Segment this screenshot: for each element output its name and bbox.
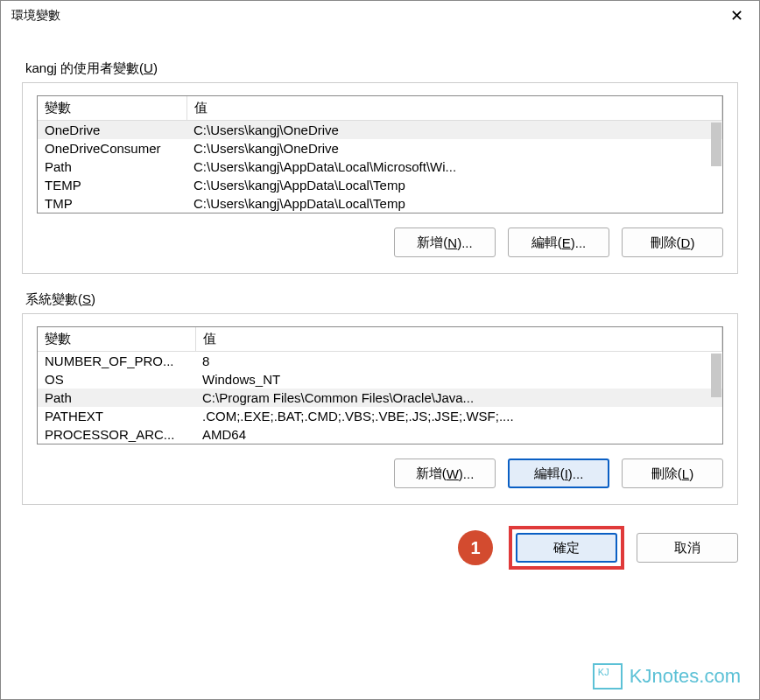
cell-var: OneDrive bbox=[38, 121, 186, 140]
table-row[interactable]: PATHEXT.COM;.EXE;.BAT;.CMD;.VBS;.VBE;.JS… bbox=[38, 407, 722, 425]
table-row[interactable]: OneDriveC:\Users\kangj\OneDrive bbox=[38, 121, 722, 140]
cell-val: C:\Users\kangj\OneDrive bbox=[186, 139, 722, 158]
sys-delete-button[interactable]: 刪除(L) bbox=[622, 458, 723, 488]
user-delete-button[interactable]: 刪除(D) bbox=[622, 228, 723, 257]
watermark-text: KJnotes.com bbox=[630, 665, 741, 688]
cell-var: NUMBER_OF_PRO... bbox=[38, 352, 195, 371]
sys-vars-group: 變數 值 NUMBER_OF_PRO...8OSWindows_NTPathC:… bbox=[22, 313, 738, 505]
col-header-val[interactable]: 值 bbox=[195, 327, 722, 352]
user-edit-button[interactable]: 編輯(E)... bbox=[508, 228, 609, 257]
cell-val: C:\Users\kangj\AppData\Local\Temp bbox=[186, 176, 722, 194]
watermark-icon bbox=[593, 663, 623, 690]
cell-val: C:\Users\kangj\AppData\Local\Temp bbox=[186, 194, 722, 213]
col-header-val[interactable]: 值 bbox=[186, 96, 722, 121]
dialog-button-row: 1 確定 取消 bbox=[22, 526, 738, 570]
sys-edit-button[interactable]: 編輯(I)... bbox=[508, 458, 609, 488]
cell-var: Path bbox=[38, 388, 195, 407]
table-row[interactable]: TMPC:\Users\kangj\AppData\Local\Temp bbox=[38, 194, 722, 213]
watermark: KJnotes.com bbox=[593, 663, 741, 690]
ok-button[interactable]: 確定 bbox=[516, 533, 617, 563]
cell-val: .COM;.EXE;.BAT;.CMD;.VBS;.VBE;.JS;.JSE;.… bbox=[195, 407, 722, 425]
cell-val: C:\Users\kangj\AppData\Local\Microsoft\W… bbox=[186, 158, 722, 176]
cancel-button[interactable]: 取消 bbox=[637, 533, 738, 563]
cell-val: C:\Program Files\Common Files\Oracle\Jav… bbox=[195, 388, 722, 407]
cell-var: PROCESSOR_ARC... bbox=[38, 425, 195, 444]
cell-var: Path bbox=[38, 158, 186, 176]
user-vars-table-wrap: 變數 值 OneDriveC:\Users\kangj\OneDriveOneD… bbox=[37, 95, 723, 214]
window-title: 環境變數 bbox=[11, 8, 60, 24]
user-vars-label: kangj 的使用者變數(U) bbox=[25, 60, 738, 77]
table-row[interactable]: NUMBER_OF_PRO...8 bbox=[38, 352, 722, 371]
close-icon[interactable]: ✕ bbox=[725, 6, 749, 25]
scrollbar-thumb[interactable] bbox=[711, 354, 721, 397]
annotation-highlight: 確定 bbox=[509, 526, 624, 570]
col-header-var[interactable]: 變數 bbox=[38, 96, 186, 121]
sys-vars-table[interactable]: 變數 值 NUMBER_OF_PRO...8OSWindows_NTPathC:… bbox=[38, 327, 722, 444]
cell-var: PATHEXT bbox=[38, 407, 195, 425]
user-vars-group: 變數 值 OneDriveC:\Users\kangj\OneDriveOneD… bbox=[22, 82, 738, 274]
sys-vars-buttons: 新增(W)... 編輯(I)... 刪除(L) bbox=[37, 458, 723, 488]
cell-var: TMP bbox=[38, 194, 186, 213]
sys-new-button[interactable]: 新增(W)... bbox=[394, 458, 496, 488]
table-row[interactable]: PROCESSOR_ARC...AMD64 bbox=[38, 425, 722, 444]
annotation-badge-1: 1 bbox=[458, 530, 493, 565]
env-vars-dialog: 環境變數 ✕ kangj 的使用者變數(U) 變數 值 OneDriveC:\U… bbox=[0, 0, 760, 700]
user-vars-table[interactable]: 變數 值 OneDriveC:\Users\kangj\OneDriveOneD… bbox=[38, 96, 722, 213]
cell-var: OneDriveConsumer bbox=[38, 139, 186, 158]
cell-var: OS bbox=[38, 370, 195, 388]
cell-val: AMD64 bbox=[195, 425, 722, 444]
sys-vars-label: 系統變數(S) bbox=[25, 291, 738, 308]
cell-val: 8 bbox=[195, 352, 722, 371]
table-row[interactable]: TEMPC:\Users\kangj\AppData\Local\Temp bbox=[38, 176, 722, 194]
dialog-body: kangj 的使用者變數(U) 變數 值 OneDriveC:\Users\ka… bbox=[1, 31, 759, 699]
table-row[interactable]: OneDriveConsumerC:\Users\kangj\OneDrive bbox=[38, 139, 722, 158]
user-new-button[interactable]: 新增(N)... bbox=[394, 228, 496, 257]
col-header-var[interactable]: 變數 bbox=[38, 327, 195, 352]
cell-var: TEMP bbox=[38, 176, 186, 194]
scrollbar-thumb[interactable] bbox=[711, 122, 721, 166]
sys-vars-table-wrap: 變數 值 NUMBER_OF_PRO...8OSWindows_NTPathC:… bbox=[37, 326, 723, 444]
table-row[interactable]: OSWindows_NT bbox=[38, 370, 722, 388]
cell-val: C:\Users\kangj\OneDrive bbox=[186, 121, 722, 140]
cell-val: Windows_NT bbox=[195, 370, 722, 388]
table-row[interactable]: PathC:\Program Files\Common Files\Oracle… bbox=[38, 388, 722, 407]
table-row[interactable]: PathC:\Users\kangj\AppData\Local\Microso… bbox=[38, 158, 722, 176]
titlebar: 環境變數 ✕ bbox=[1, 1, 759, 31]
user-vars-buttons: 新增(N)... 編輯(E)... 刪除(D) bbox=[37, 228, 723, 257]
